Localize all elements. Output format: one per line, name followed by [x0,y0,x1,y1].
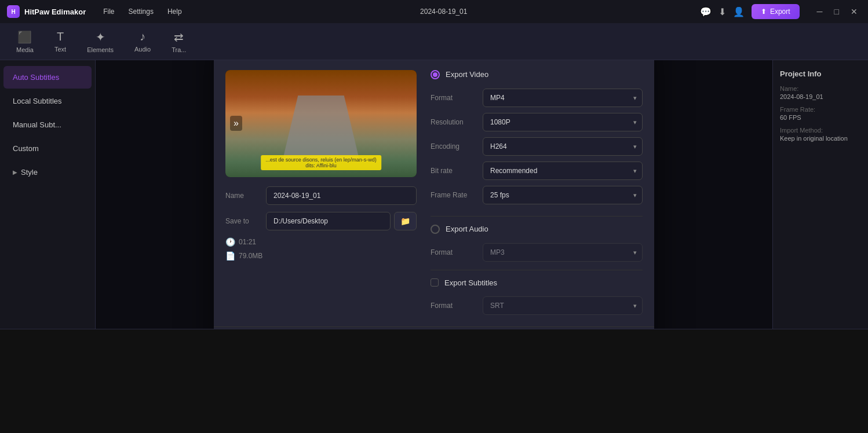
encoding-row: Encoding H264 H265 VP9 [431,137,643,156]
custom-label: Custom [13,144,39,153]
export-subtitles-label: Export Subtitles [444,278,497,287]
name-input[interactable] [266,186,417,205]
video-thumbnail: » ...est de source disons, reluis (en le… [225,70,417,177]
file-size-value: 79.0MB [239,252,262,260]
toolbar: ⬛ Media T Text ✦ Elements ♪ Audio ⇄ Tra.… [0,23,868,60]
frame-rate-info-label: Frame Rate: [780,106,861,113]
frame-rate-info-value: 60 FPS [780,114,861,121]
project-info-title: Project Info [780,69,861,78]
export-audio-radio[interactable] [431,225,440,234]
content-area: Export × » [96,60,772,329]
elements-label: Elements [87,46,114,53]
save-to-label: Save to [225,217,266,225]
title-bar-center: 2024-08-19_01 [188,8,700,16]
video-settings-grid: Format MP4 MOV AVI MKV [431,89,643,204]
name-label: Name [225,192,266,200]
export-video-label: Export Video [446,70,488,79]
duration-row: 🕐 01:21 [225,237,417,247]
subtitle-line1: ...est de source disons, reluis (en lep/… [265,157,377,163]
download-icon[interactable]: ⬇ [719,6,726,17]
sidebar-item-manual-subtitles[interactable]: Manual Subt... [3,113,92,136]
video-subtitle: ...est de source disons, reluis (en lep/… [261,155,381,170]
toolbar-elements[interactable]: ✦ Elements [78,25,123,58]
modal-left-panel: » ...est de source disons, reluis (en le… [225,70,417,315]
subtitles-format-select-wrapper: SRT ASS VTT [483,296,643,315]
export-video-radio[interactable] [431,70,440,79]
toolbar-audio[interactable]: ♪ Audio [125,25,160,57]
export-subtitles-checkbox[interactable] [431,278,439,287]
modal-right-panel: Export Video Format MP4 MOV [431,70,643,315]
menu-help[interactable]: Help [162,5,188,18]
bit-rate-select-wrapper: Recommended Low Medium High [483,162,643,180]
account-icon[interactable]: 👤 [733,6,745,17]
format-select-wrapper: MP4 MOV AVI MKV [483,89,643,107]
title-bar: H HitPaw Edimakor File Settings Help 202… [0,0,868,23]
maximize-button[interactable]: □ [831,6,843,17]
sidebar-item-custom[interactable]: Custom [3,137,92,160]
toolbar-transitions[interactable]: ⇄ Tra... [162,25,195,58]
save-to-field: 📁 [266,212,417,230]
export-title-label: Export [770,8,790,16]
text-label: Text [54,46,66,53]
encoding-select[interactable]: H264 H265 VP9 [483,137,643,156]
resolution-label: Resolution [431,118,483,126]
subtitles-format-row: Format SRT ASS VTT [431,296,643,315]
minimize-button[interactable]: ─ [814,6,826,17]
encoding-label: Encoding [431,142,483,151]
title-bar-actions: 💬 ⬇ 👤 ⬆ Export ─ □ ✕ [700,4,861,19]
close-button[interactable]: ✕ [847,6,861,17]
bit-rate-select[interactable]: Recommended Low Medium High [483,162,643,180]
window-controls: ─ □ ✕ [814,6,861,17]
export-title-button[interactable]: ⬆ Export [752,4,800,19]
main-area: Auto Subtitles Local Subtitles Manual Su… [0,60,868,329]
menu-file[interactable]: File [97,5,120,18]
style-arrow-icon: ▶ [13,169,17,175]
bit-rate-row: Bit rate Recommended Low Medium High [431,162,643,180]
export-audio-option: Export Audio [431,225,643,234]
subtitles-format-select[interactable]: SRT ASS VTT [483,296,643,315]
sidebar-item-auto-subtitles[interactable]: Auto Subtitles [3,66,92,89]
import-method-label: Import Method: [780,127,861,134]
format-row: Format MP4 MOV AVI MKV [431,89,643,107]
local-subtitles-label: Local Subtitles [13,97,62,105]
project-name-label: Name: [780,85,861,92]
audio-format-select-wrapper: MP3 AAC WAV [483,243,643,262]
save-to-input[interactable] [266,212,391,230]
frame-rate-label: Frame Rate [431,191,483,199]
audio-format-label: Format [431,248,483,256]
transitions-label: Tra... [172,46,186,53]
export-modal: Export × » [214,60,654,329]
toolbar-media[interactable]: ⬛ Media [7,25,43,58]
file-icon: 📄 [225,251,235,260]
divider-1 [431,216,643,216]
toolbar-text[interactable]: T Text [45,25,75,57]
auto-subtitles-label: Auto Subtitles [13,73,59,82]
media-icon: ⬛ [17,30,32,44]
video-nav-button[interactable]: » [230,116,242,131]
format-select[interactable]: MP4 MOV AVI MKV [483,89,643,107]
audio-format-select[interactable]: MP3 AAC WAV [483,243,643,262]
resolution-select[interactable]: 720P 1080P 2K 4K [483,113,643,131]
subtitle-line2: dits: Affini-blu [265,163,377,168]
sidebar-item-local-subtitles[interactable]: Local Subtitles [3,90,92,112]
comment-icon[interactable]: 💬 [700,6,712,17]
elements-icon: ✦ [96,30,105,44]
modal-body: » ...est de source disons, reluis (en le… [214,60,654,326]
manual-subtitles-label: Manual Subt... [13,120,61,129]
divider-2 [431,270,643,270]
resolution-row: Resolution 720P 1080P 2K 4K [431,113,643,131]
resolution-select-wrapper: 720P 1080P 2K 4K [483,113,643,131]
right-panel: Project Info Name: 2024-08-19_01 Frame R… [772,60,868,329]
sidebar-item-style[interactable]: ▶ Style [3,161,92,184]
frame-rate-select-wrapper: 24 fps 25 fps 30 fps 60 fps [483,186,643,204]
encoding-select-wrapper: H264 H265 VP9 [483,137,643,156]
export-audio-label: Export Audio [446,225,488,233]
app-container: H HitPaw Edimakor File Settings Help 202… [0,0,868,433]
audio-format-row: Format MP3 AAC WAV [431,243,643,262]
project-title: 2024-08-19_01 [420,8,467,16]
menu-settings[interactable]: Settings [123,5,159,18]
modal-footer: Save export options Export [214,326,654,329]
sidebar: Auto Subtitles Local Subtitles Manual Su… [0,60,96,329]
browse-folder-button[interactable]: 📁 [394,212,417,230]
frame-rate-select[interactable]: 24 fps 25 fps 30 fps 60 fps [483,186,643,204]
